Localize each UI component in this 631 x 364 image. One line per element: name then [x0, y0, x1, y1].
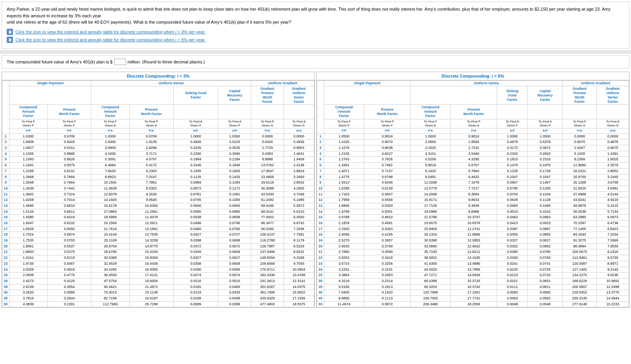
- data-cell: 0.1047: [497, 174, 528, 180]
- data-cell: 0.0151: [497, 278, 528, 284]
- data-cell: 0.0510: [497, 209, 528, 215]
- data-cell: 0.1005: [218, 197, 251, 203]
- data-cell: 0.7894: [47, 174, 91, 180]
- data-cell: 70.1597: [562, 221, 597, 227]
- data-cell: 17.7741: [451, 295, 497, 301]
- data-cell: 2.7729: [251, 145, 284, 151]
- data-cell: 0.0651: [528, 278, 562, 284]
- th-fa-3: F/A: [91, 128, 130, 134]
- n-cell: 23: [317, 261, 324, 267]
- data-cell: 36.3088: [251, 186, 284, 191]
- data-cell: 1.9736: [9, 261, 48, 267]
- data-cell: 0.9709: [129, 134, 173, 139]
- table-row: 131.46850.681015.617810.63500.06400.0940…: [2, 203, 314, 209]
- data-cell: 0.0355: [497, 232, 528, 238]
- data-cell: 19.5986: [410, 209, 451, 215]
- table-row: 61.34010.74626.80195.07570.14700.197011.…: [317, 163, 629, 169]
- data-cell: 0.3172: [497, 145, 528, 151]
- data-cell: 43.6241: [562, 197, 597, 203]
- th-ca-us-5: CompoundAmountFactor: [410, 105, 451, 119]
- data-cell: 11.4674: [324, 301, 364, 307]
- n-cell: 17: [2, 226, 9, 232]
- data-cell: 21.5786: [410, 215, 451, 221]
- data-cell: 1.3439: [9, 186, 48, 191]
- data-cell: 15.2233: [597, 301, 629, 307]
- th-ug-us-5: GradientUniformSeriesFactor: [597, 86, 629, 105]
- table-5pct: Discrete Compounding: i = 5% Single Paym…: [316, 72, 629, 308]
- data-cell: 0.0241: [497, 261, 528, 267]
- data-cell: 0.0000: [284, 134, 314, 139]
- data-cell: 0.1420: [364, 290, 410, 296]
- data-cell: 0.0427: [173, 232, 218, 238]
- data-cell: 1.4775: [324, 174, 364, 180]
- th-pf-3: P/F: [47, 128, 91, 134]
- data-cell: 0.6419: [47, 215, 91, 221]
- data-cell: 60.4621: [91, 284, 130, 290]
- data-cell: 56.5538: [562, 209, 597, 215]
- link2-text[interactable]: Click the icon to view the interest and …: [15, 37, 206, 42]
- data-cell: 0.1172: [218, 186, 251, 191]
- th-us-label1-3: [91, 86, 173, 105]
- data-cell: 0.0408: [218, 295, 251, 301]
- th-us-cr-3: CapitalRecoveryFactor: [218, 86, 251, 105]
- th-ug-pw-3: GradientPresentWorthFactor: [251, 86, 284, 105]
- n-cell: 6: [2, 163, 9, 169]
- table-row: 41.21550.82274.31013.54600.23200.28205.1…: [317, 151, 629, 157]
- data-cell: 28.6765: [91, 249, 130, 255]
- data-cell: 0.9426: [251, 139, 284, 145]
- data-cell: 90.3203: [410, 284, 451, 290]
- data-cell: 361.7499: [251, 290, 284, 296]
- link1-row[interactable]: 📋 Click the icon to view the interest an…: [7, 29, 624, 35]
- th-findp-us-5: To Find PGiven A: [451, 119, 497, 128]
- data-cell: 1.4391: [597, 151, 629, 157]
- data-cell: 0.0260: [497, 255, 528, 261]
- data-cell: 9.3186: [284, 255, 314, 261]
- data-cell: 2.5270: [324, 238, 364, 244]
- table-row: 182.40660.415528.132411.68960.03550.0855…: [317, 232, 629, 238]
- data-cell: 0.9803: [284, 145, 314, 151]
- table-row: 202.65330.376933.066012.46220.03020.0802…: [317, 243, 629, 249]
- data-cell: 1.0000: [91, 134, 130, 139]
- table-row: 101.62890.613912.57797.72170.07950.12953…: [317, 186, 629, 191]
- data-cell: 3.7171: [129, 151, 173, 157]
- data-cell: 0.0108: [173, 295, 218, 301]
- data-cell: 2.0500: [410, 139, 451, 145]
- table-row: 31.09270.91513.09092.82860.32350.35352.7…: [2, 145, 314, 151]
- data-cell: 2.4273: [9, 278, 48, 284]
- data-cell: 1.1025: [324, 139, 364, 145]
- data-cell: 0.5537: [47, 243, 91, 249]
- data-cell: 0.8638: [364, 145, 410, 151]
- answer-input[interactable]: [114, 59, 126, 65]
- data-cell: 20.1569: [91, 221, 130, 227]
- data-cell: 18.5989: [91, 215, 130, 221]
- data-cell: 0.0725: [528, 267, 562, 273]
- data-cell: 17.7130: [410, 203, 451, 209]
- data-cell: 0.4926: [173, 139, 218, 145]
- link2-row[interactable]: 📋 Click the icon to view the interest an…: [7, 37, 624, 43]
- th-findf-sp-3: To Find FGiven P: [9, 119, 48, 128]
- data-cell: 0.2314: [364, 278, 410, 284]
- link1-text[interactable]: Click the icon to view the interest and …: [15, 30, 206, 34]
- data-cell: 30.5368: [91, 255, 130, 261]
- n-cell: 23: [2, 261, 9, 267]
- table-row: 231.97360.506732.452916.44360.03080.0608…: [2, 261, 314, 267]
- th-sp-3: Single Payment: [9, 80, 91, 86]
- table-5pct-title: Discrete Compounding: i = 5%: [317, 72, 629, 80]
- th-gpw-5: [562, 105, 597, 119]
- data-cell: 1.2299: [9, 168, 48, 174]
- data-cell: 0.6139: [364, 186, 410, 191]
- table-row: 11.03000.97091.00000.97091.00001.03000.0…: [2, 134, 314, 139]
- data-cell: 3.1525: [410, 145, 451, 151]
- data-cell: 0.0460: [173, 226, 218, 232]
- data-cell: 13.1630: [451, 255, 497, 261]
- data-cell: 4.5144: [597, 191, 629, 197]
- data-cell: 6.0973: [597, 215, 629, 221]
- data-cell: 12.0853: [451, 238, 497, 244]
- table-row: 304.32190.231466.438815.37250.01510.0651…: [317, 278, 629, 284]
- data-cell: 2.1829: [324, 221, 364, 227]
- data-cell: 7.7861: [129, 180, 173, 186]
- data-cell: 15.6502: [284, 290, 314, 296]
- table-row: 161.60470.623220.156912.56110.04960.0796…: [2, 221, 314, 227]
- th-us-cr-5: CapitalRecoveryFactor: [528, 86, 562, 105]
- data-cell: 420.6325: [251, 295, 284, 301]
